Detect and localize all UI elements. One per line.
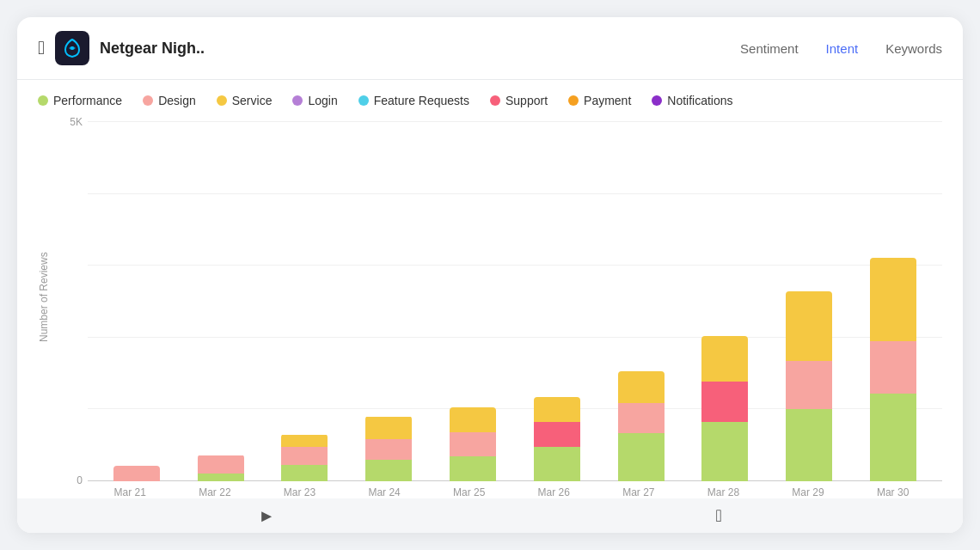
x-labels: Mar 21Mar 22Mar 23Mar 24Mar 25Mar 26Mar …: [53, 481, 942, 498]
chart-inner: 5K: [53, 121, 942, 498]
stacked-bar-5: [534, 397, 580, 481]
bar-segment-2-1: [281, 447, 328, 465]
bar-segment-7-2: [701, 336, 748, 382]
stacked-bar-0: [113, 466, 160, 481]
bar-segment-2-2: [281, 435, 328, 447]
legend-label-design: Design: [158, 94, 196, 107]
legend-dot-payment: [568, 95, 579, 106]
bar-group-mar-26: [534, 397, 580, 481]
legend-dot-design: [143, 95, 153, 106]
bar-segment-1-0: [198, 474, 244, 481]
app-logo: [55, 31, 89, 65]
bar-segment-6-0: [618, 433, 665, 481]
y-axis-label: Number of Reviews: [38, 121, 50, 473]
bar-segment-9-1: [870, 341, 916, 394]
legend-label-notifications: Notifications: [667, 94, 732, 107]
legend-label-feature-requests: Feature Requests: [374, 94, 469, 107]
header:  Netgear Nigh.. Sentiment Intent Keywor…: [17, 17, 963, 80]
x-label-mar-28: Mar 28: [700, 486, 746, 498]
legend-item-payment: Payment: [568, 94, 631, 107]
nav-intent[interactable]: Intent: [826, 41, 859, 56]
legend-label-login: Login: [308, 94, 337, 107]
legend-dot-performance: [38, 95, 48, 106]
bar-segment-2-0: [281, 465, 328, 481]
bar-segment-7-1: [701, 382, 748, 422]
chart-plot: 5K: [53, 121, 942, 481]
bar-segment-3-1: [365, 439, 412, 460]
x-label-mar-24: Mar 24: [361, 486, 407, 498]
bar-segment-8-1: [786, 361, 832, 409]
bar-group-mar-27: [618, 371, 665, 481]
header-left:  Netgear Nigh..: [38, 31, 740, 65]
stacked-bar-2: [281, 434, 328, 481]
bar-segment-0-0: [113, 466, 160, 481]
stacked-bar-1: [198, 455, 244, 481]
nav-keywords[interactable]: Keywords: [885, 41, 942, 56]
gridline-label-5k: 5K: [53, 116, 83, 128]
legend-label-service: Service: [232, 94, 273, 107]
bar-segment-9-2: [870, 258, 916, 341]
apple-store-icon: : [715, 506, 721, 526]
main-card:  Netgear Nigh.. Sentiment Intent Keywor…: [17, 17, 963, 533]
bottom-icons-container: ► : [38, 506, 942, 526]
bar-group-mar-23: [281, 434, 328, 481]
legend-label-payment: Payment: [584, 94, 631, 107]
bar-segment-8-2: [786, 291, 832, 361]
x-label-mar-30: Mar 30: [870, 486, 916, 498]
stacked-bar-7: [701, 336, 748, 481]
bar-segment-4-0: [450, 456, 496, 481]
bar-group-mar-28: [701, 336, 748, 481]
legend-item-support: Support: [490, 94, 548, 107]
bar-segment-4-1: [450, 432, 496, 457]
legend-item-performance: Performance: [38, 94, 122, 107]
bar-segment-3-0: [365, 460, 412, 481]
bar-segment-5-1: [534, 422, 580, 448]
play-store-icon: ►: [258, 506, 275, 526]
legend-dot-notifications: [652, 95, 662, 106]
x-label-mar-29: Mar 29: [785, 486, 831, 498]
stacked-bar-4: [450, 407, 496, 481]
legend-dot-service: [217, 95, 227, 106]
stacked-bar-6: [618, 371, 665, 481]
chart-area: Number of Reviews 5K: [17, 114, 963, 498]
legend-label-performance: Performance: [53, 94, 122, 107]
legend-dot-login: [292, 95, 303, 106]
bar-segment-8-0: [786, 409, 832, 481]
bar-segment-9-0: [870, 394, 916, 481]
x-label-mar-26: Mar 26: [530, 486, 577, 498]
bar-segment-1-1: [198, 455, 244, 474]
apple-menu-icon: : [38, 37, 45, 59]
bar-segment-5-0: [534, 447, 580, 481]
legend-item-feature-requests: Feature Requests: [358, 94, 469, 107]
bar-group-mar-25: [450, 407, 496, 481]
stacked-bar-3: [365, 416, 412, 481]
x-label-mar-22: Mar 22: [192, 486, 238, 498]
bar-segment-4-2: [450, 407, 496, 432]
bar-segment-6-2: [618, 371, 665, 403]
bars-container: [88, 121, 942, 481]
legend-item-notifications: Notifications: [652, 94, 732, 107]
legend-item-design: Design: [143, 94, 196, 107]
bar-group-mar-21: [113, 466, 160, 481]
bar-segment-3-2: [365, 417, 412, 439]
stacked-bar-9: [870, 258, 916, 481]
legend-label-support: Support: [505, 94, 548, 107]
stacked-bar-8: [786, 291, 832, 481]
x-label-mar-21: Mar 21: [107, 486, 153, 498]
bar-group-mar-22: [198, 455, 244, 481]
bar-segment-5-2: [534, 397, 580, 422]
bar-group-mar-24: [365, 416, 412, 481]
legend-dot-support: [490, 95, 500, 106]
legend-item-login: Login: [292, 94, 337, 107]
header-nav: Sentiment Intent Keywords: [740, 41, 942, 56]
legend-dot-feature-requests: [358, 95, 369, 106]
app-title: Netgear Nigh..: [100, 40, 205, 58]
nav-sentiment[interactable]: Sentiment: [740, 41, 799, 56]
bar-segment-6-1: [618, 403, 665, 434]
legend-item-service: Service: [217, 94, 273, 107]
bar-segment-7-0: [701, 422, 748, 481]
x-label-mar-23: Mar 23: [276, 486, 322, 498]
chart-legend: Performance Design Service Login Feature…: [17, 80, 963, 114]
x-label-mar-27: Mar 27: [616, 486, 662, 498]
bar-group-mar-30: [870, 258, 916, 481]
